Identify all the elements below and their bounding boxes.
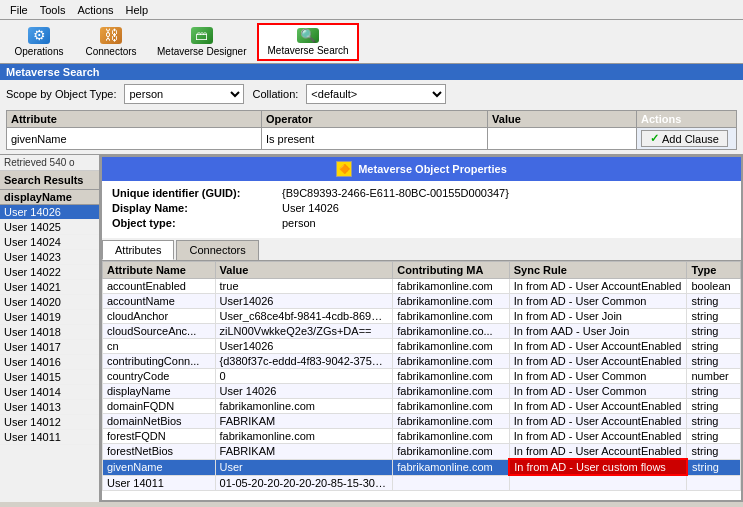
result-item[interactable]: User 14017 [0,340,99,355]
search-criteria-panel: Scope by Object Type: person Collation: … [0,80,743,155]
attributes-table: Attribute Name Value Contributing MA Syn… [102,261,741,491]
guid-row: Unique identifier (GUID): {B9C89393-2466… [112,187,731,199]
metaverse-search-icon: 🔍 [297,28,319,43]
criteria-row: givenName Is present ✓ Add Clause [7,128,737,150]
properties-title: Metaverse Object Properties [358,163,507,175]
properties-title-bar: 🔶 Metaverse Object Properties [102,157,741,181]
result-item[interactable]: User 14024 [0,235,99,250]
attr-value-header: Value [215,262,393,279]
mv-search-header: Metaverse Search [0,64,743,80]
criteria-attribute: givenName [7,128,262,150]
table-row[interactable]: forestFQDNfabrikamonline.comfabrikamonli… [103,429,741,444]
menu-file[interactable]: File [4,2,34,18]
menu-actions[interactable]: Actions [71,2,119,18]
display-name-row: Display Name: User 14026 [112,202,731,214]
attr-col-header: Attribute [7,111,262,128]
table-row[interactable]: accountNameUser14026fabrikamonline.comIn… [103,294,741,309]
guid-value: {B9C89393-2466-E611-80BC-00155D000347} [282,187,509,199]
table-row[interactable]: cloudAnchorUser_c68ce4bf-9841-4cdb-8694-… [103,309,741,324]
table-row[interactable]: cloudSourceAnc...ziLN00VwkkeQ2e3/ZGs+DA=… [103,324,741,339]
operations-button[interactable]: ⚙ Operations [4,23,74,61]
metaverse-search-button[interactable]: 🔍 Metaverse Search [257,23,358,61]
results-list[interactable]: User 14026 User 14025 User 14024 User 14… [0,205,99,502]
sync-rule-header: Sync Rule [509,262,687,279]
object-type-label: Object type: [112,217,282,229]
connectors-icon: ⛓ [100,27,122,44]
table-row[interactable]: countryCode0fabrikamonline.comIn from AD… [103,369,741,384]
tab-attributes[interactable]: Attributes [102,240,174,260]
properties-panel: 🔶 Metaverse Object Properties Unique ide… [100,155,743,502]
criteria-operator: Is present [261,128,487,150]
type-header: Type [687,262,741,279]
display-name-column-header: displayName [0,190,99,205]
collation-select[interactable]: <default> [306,84,446,104]
properties-icon: 🔶 [336,161,352,177]
result-item[interactable]: User 14018 [0,325,99,340]
object-type-select[interactable]: person [124,84,244,104]
value-col-header: Value [488,111,637,128]
operator-col-header: Operator [261,111,487,128]
attributes-table-container[interactable]: Attribute Name Value Contributing MA Syn… [102,261,741,500]
result-item[interactable]: User 14015 [0,370,99,385]
menu-help[interactable]: Help [120,2,155,18]
result-item[interactable]: User 14013 [0,400,99,415]
connectors-label: Connectors [85,46,136,57]
result-item[interactable]: User 14021 [0,280,99,295]
properties-info: Unique identifier (GUID): {B9C89393-2466… [102,181,741,238]
table-row[interactable]: domainNetBiosFABRIKAMfabrikamonline.comI… [103,414,741,429]
criteria-table: Attribute Operator Value Actions givenNa… [6,110,737,150]
menu-bar: File Tools Actions Help [0,0,743,20]
collation-label: Collation: [252,88,298,100]
menu-tools[interactable]: Tools [34,2,72,18]
toolbar: ⚙ Operations ⛓ Connectors 🗃 Metaverse De… [0,20,743,64]
operations-label: Operations [15,46,64,57]
result-item[interactable]: User 14022 [0,265,99,280]
table-row[interactable]: displayNameUser 14026fabrikamonline.comI… [103,384,741,399]
scope-label: Scope by Object Type: [6,88,116,100]
connectors-button[interactable]: ⛓ Connectors [76,23,146,61]
add-clause-button[interactable]: ✓ Add Clause [641,130,728,147]
add-clause-icon: ✓ [650,132,659,145]
result-item[interactable]: User 14019 [0,310,99,325]
table-row[interactable]: User 1401101-05-20-20-20-20-20-85-15-30-… [103,475,741,490]
table-row[interactable]: accountEnabledtruefabrikamonline.comIn f… [103,279,741,294]
table-row[interactable]: contributingConn...{d380f37c-eddd-4f83-9… [103,354,741,369]
metaverse-designer-icon: 🗃 [191,27,213,44]
display-name-value: User 14026 [282,202,339,214]
actions-col-header: Actions [637,111,737,128]
left-panel: Retrieved 540 o Search Results displayNa… [0,155,100,502]
display-name-label: Display Name: [112,202,282,214]
criteria-value [488,128,637,150]
operations-icon: ⚙ [28,27,50,44]
table-row[interactable]: domainFQDNfabrikamonline.comfabrikamonli… [103,399,741,414]
metaverse-designer-button[interactable]: 🗃 Metaverse Designer [148,23,255,61]
attr-name-header: Attribute Name [103,262,216,279]
result-item[interactable]: User 14025 [0,220,99,235]
result-item[interactable]: User 14026 [0,205,99,220]
metaverse-search-label: Metaverse Search [267,45,348,56]
retrieved-count: Retrieved 540 o [0,155,99,171]
result-item[interactable]: User 14014 [0,385,99,400]
contributing-ma-header: Contributing MA [393,262,509,279]
table-row[interactable]: givenNameUserfabrikamonline.comIn from A… [103,459,741,475]
table-row[interactable]: cnUser14026fabrikamonline.comIn from AD … [103,339,741,354]
guid-label: Unique identifier (GUID): [112,187,282,199]
result-item[interactable]: User 14020 [0,295,99,310]
result-item[interactable]: User 14016 [0,355,99,370]
tab-bar: Attributes Connectors [102,238,741,261]
result-item[interactable]: User 14023 [0,250,99,265]
metaverse-designer-label: Metaverse Designer [157,46,246,57]
main-content: Retrieved 540 o Search Results displayNa… [0,155,743,502]
actions-cell: ✓ Add Clause [637,128,737,150]
search-results-header: Search Results [0,171,99,190]
result-item[interactable]: User 14011 [0,430,99,445]
tab-connectors[interactable]: Connectors [176,240,258,260]
result-item[interactable]: User 14012 [0,415,99,430]
object-type-row: Object type: person [112,217,731,229]
object-type-value: person [282,217,316,229]
table-row[interactable]: forestNetBiosFABRIKAMfabrikamonline.comI… [103,444,741,460]
